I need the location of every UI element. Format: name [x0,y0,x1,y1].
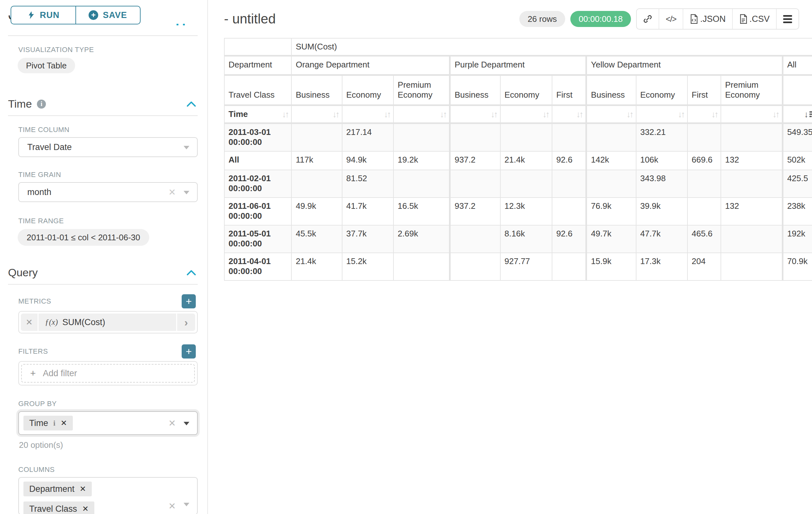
chevron-up-icon[interactable] [186,101,196,107]
query-section-title: Query [8,266,38,279]
travel-class-header[interactable]: Premium Economy [394,76,449,105]
export-button-group: </> .JSON .CSV [636,8,799,30]
add-filter-button[interactable]: + Add filter [21,364,195,383]
time-column-label: TIME COLUMN [18,126,198,134]
column-sort-header[interactable]: ↓ [782,106,812,124]
value-cell: 343.98 [636,170,687,197]
sort-icon: ↓↑ [773,109,779,119]
column-sort-header[interactable]: ↓↑ [688,106,721,124]
column-sort-header[interactable]: ↓↑ [501,106,552,124]
column-sort-header[interactable]: ↓↑ [292,106,342,124]
select-tag[interactable]: Department✕ [23,482,92,496]
column-sort-header[interactable]: ↓↑ [343,106,393,124]
value-cell [688,170,721,197]
chart-panel: - untitled 26 rows 00:00:00.18 </> [209,0,812,514]
export-csv-button[interactable]: .CSV [732,9,776,29]
value-cell: 15.9k [586,253,636,280]
plus-icon: + [30,368,36,379]
travel-class-header[interactable]: First [552,76,585,105]
clear-icon[interactable]: ✕ [169,418,176,429]
table-row: 2011-03-01 00:00:00217.14332.21549.35 [225,124,812,151]
value-cell: 132 [721,152,782,170]
filters-control: + Add filter [18,361,198,385]
file-text-icon [739,14,748,24]
group-by-select[interactable]: Timei✕ ✕ [18,411,198,435]
query-section-header[interactable]: Query [8,266,198,279]
metric-pill[interactable]: ƒ(x) SUM(Cost) [38,314,176,331]
value-cell [721,124,782,151]
select-tag[interactable]: Travel Class✕ [23,502,94,514]
value-cell [552,124,585,151]
remove-metric-icon[interactable]: ✕ [21,314,37,331]
table-row: 2011-02-01 00:00:0081.52343.98425.5 [225,170,812,197]
chevron-up-icon[interactable] [176,24,185,25]
view-query-button[interactable]: </> [659,9,683,29]
travel-class-header[interactable]: Business [292,76,342,105]
run-button[interactable]: RUN [10,6,76,24]
travel-class-header[interactable]: Economy [343,76,393,105]
value-cell: 17.3k [636,253,687,280]
row-label-cell: 2011-03-01 00:00:00 [225,124,291,151]
value-cell [721,253,782,280]
metric-value: SUM(Cost) [62,317,105,327]
remove-tag-icon[interactable]: ✕ [82,504,89,513]
export-json-button[interactable]: .JSON [683,9,732,29]
time-grain-select[interactable]: month ✕ [18,182,198,202]
column-sort-header[interactable]: ↓↑ [586,106,636,124]
add-metric-button[interactable]: + [182,294,196,308]
value-cell: 937.2 [450,198,500,225]
remove-tag-icon[interactable]: ✕ [61,418,67,428]
metric-control: ✕ ƒ(x) SUM(Cost) › [18,311,198,333]
value-cell [688,198,721,225]
clear-icon[interactable]: ✕ [169,187,176,197]
travel-class-header[interactable]: Economy [501,76,552,105]
row-label-cell: 2011-06-01 00:00:00 [225,198,291,225]
travel-class-header[interactable]: First [688,76,721,105]
travel-class-header[interactable]: Economy [636,76,687,105]
row-label-cell: 2011-04-01 00:00:00 [225,253,291,280]
pivot-table: SUM(Cost)DepartmentOrange DepartmentPurp… [224,38,812,281]
columns-tags: Department✕Travel Class✕ [23,482,166,514]
value-cell [394,124,449,151]
value-cell: 12.3k [501,198,552,225]
column-sort-header[interactable]: ↓↑ [721,106,782,124]
value-cell: 502k [782,152,812,170]
column-group-header: Yellow Department [586,57,782,75]
value-cell: 927.77 [501,253,552,280]
value-cell: 238k [782,198,812,225]
chevron-up-icon[interactable] [186,270,196,276]
value-cell [721,170,782,197]
add-filter-plus-button[interactable]: + [182,344,196,358]
select-tag[interactable]: Timei✕ [23,416,73,431]
value-cell: 92.6 [552,225,585,252]
sort-icon: ↓↑ [384,109,390,119]
travel-class-header[interactable]: Business [450,76,500,105]
clear-icon[interactable]: ✕ [169,501,176,511]
chart-title[interactable]: - untitled [224,11,276,27]
value-cell: 39.9k [636,198,687,225]
time-section-header[interactable]: Time i [8,98,198,110]
column-sort-header[interactable]: ↓↑ [394,106,449,124]
share-link-button[interactable] [637,9,659,29]
save-button[interactable]: + SAVE [76,6,141,24]
time-range-label: TIME RANGE [18,217,198,225]
expand-metric-icon[interactable]: › [177,314,195,331]
travel-class-header[interactable] [782,76,812,105]
columns-select[interactable]: Department✕Travel Class✕ ✕ [18,477,198,514]
value-cell: 465.6 [688,225,721,252]
value-cell: 49.7k [586,225,636,252]
column-sort-header[interactable]: ↓↑ [636,106,687,124]
remove-tag-icon[interactable]: ✕ [80,484,86,493]
column-sort-header[interactable]: ↓↑ [552,106,585,124]
travel-class-header[interactable]: Business [586,76,636,105]
travel-class-header[interactable]: Premium Economy [721,76,782,105]
menu-button[interactable] [776,9,799,29]
visualization-type-label: VISUALIZATION TYPE [18,46,198,54]
time-range-value[interactable]: 2011-01-01 ≤ col < 2011-06-30 [18,229,149,246]
value-cell: 37.7k [343,225,393,252]
time-sort-header[interactable]: Time↓↑ [225,106,291,124]
divider [8,115,198,116]
time-column-select[interactable]: Travel Date [18,137,198,157]
column-sort-header[interactable]: ↓↑ [450,106,500,124]
visualization-type-value[interactable]: Pivot Table [18,58,75,73]
